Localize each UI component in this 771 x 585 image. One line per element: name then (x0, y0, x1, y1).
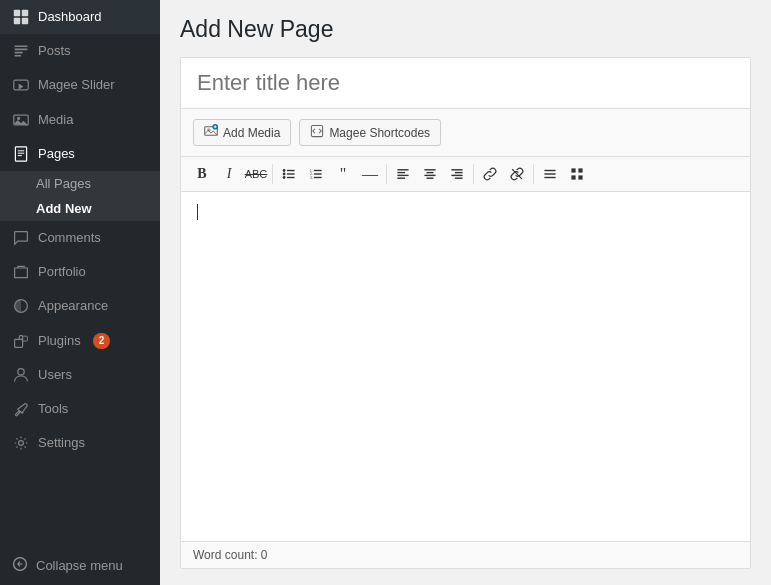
svg-point-21 (283, 169, 286, 172)
media-icon (12, 111, 30, 129)
editor-cursor (197, 204, 198, 220)
toolbar-align-right[interactable] (444, 161, 470, 187)
toolbar-separator-4 (533, 164, 534, 184)
submenu-all-pages[interactable]: All Pages (0, 171, 160, 196)
sidebar-item-settings[interactable]: Settings (0, 426, 160, 460)
svg-rect-52 (578, 175, 582, 179)
sidebar-item-posts[interactable]: Posts (0, 34, 160, 68)
sidebar-item-label: Appearance (38, 297, 108, 315)
svg-rect-3 (22, 18, 28, 24)
svg-rect-1 (22, 10, 28, 16)
svg-rect-0 (14, 10, 20, 16)
sidebar-item-media[interactable]: Media (0, 103, 160, 137)
magee-slider-icon (12, 76, 30, 94)
tools-icon (12, 400, 30, 418)
svg-point-14 (18, 368, 24, 374)
sidebar-item-pages[interactable]: Pages (0, 137, 160, 171)
toolbar-unordered-list[interactable] (276, 161, 302, 187)
collapse-label: Collapse menu (36, 558, 123, 573)
svg-rect-12 (15, 339, 23, 347)
comments-icon (12, 229, 30, 247)
svg-rect-50 (578, 168, 582, 172)
svg-point-15 (19, 441, 24, 446)
toolbar-blockquote[interactable]: " (330, 161, 356, 187)
sidebar-item-label: Posts (38, 42, 71, 60)
toolbar-hr[interactable]: — (357, 161, 383, 187)
editor-footer: Word count: 0 (181, 541, 750, 568)
page-title: Add New Page (180, 16, 751, 43)
sidebar-item-appearance[interactable]: Appearance (0, 289, 160, 323)
svg-point-25 (283, 176, 286, 179)
magee-shortcodes-label: Magee Shortcodes (329, 126, 430, 140)
toolbar-separator-1 (272, 164, 273, 184)
magee-shortcodes-button[interactable]: Magee Shortcodes (299, 119, 441, 146)
editor-body[interactable] (181, 192, 750, 541)
sidebar-item-label: Comments (38, 229, 101, 247)
magee-shortcodes-icon (310, 124, 324, 141)
settings-icon (12, 434, 30, 452)
dashboard-icon (12, 8, 30, 26)
toolbar-align-left[interactable] (390, 161, 416, 187)
toolbar-grid[interactable] (564, 161, 590, 187)
collapse-menu[interactable]: Collapse menu (0, 546, 160, 585)
svg-rect-7 (15, 147, 26, 161)
toolbar-link[interactable] (477, 161, 503, 187)
toolbar-separator-2 (386, 164, 387, 184)
sidebar-item-dashboard[interactable]: Dashboard (0, 0, 160, 34)
svg-rect-51 (571, 175, 575, 179)
sidebar-item-label: Users (38, 366, 72, 384)
toolbar-separator-3 (473, 164, 474, 184)
word-count-label: Word count: (193, 548, 257, 562)
sidebar-item-portfolio[interactable]: Portfolio (0, 255, 160, 289)
toolbar-align-center[interactable] (417, 161, 443, 187)
sidebar-item-label: Dashboard (38, 8, 102, 26)
svg-rect-2 (14, 18, 20, 24)
sidebar-item-magee-slider[interactable]: Magee Slider (0, 68, 160, 102)
toolbar-italic[interactable]: I (216, 161, 242, 187)
toolbar-more[interactable] (537, 161, 563, 187)
plugins-icon (12, 332, 30, 350)
collapse-icon (12, 556, 28, 575)
toolbar-strikethrough[interactable]: ABC (243, 161, 269, 187)
sidebar-item-comments[interactable]: Comments (0, 221, 160, 255)
submenu-add-new[interactable]: Add New (0, 196, 160, 221)
posts-icon (12, 42, 30, 60)
sidebar-item-label: Plugins (38, 332, 81, 350)
sidebar-item-label: Settings (38, 434, 85, 452)
toolbar-ordered-list[interactable]: 1.2.3. (303, 161, 329, 187)
svg-rect-13 (23, 336, 28, 341)
svg-point-6 (17, 116, 20, 119)
pages-submenu: All Pages Add New (0, 171, 160, 221)
word-count-value: 0 (261, 548, 268, 562)
media-bar: Add Media Magee Shortcodes (181, 109, 750, 157)
sidebar-item-label: Media (38, 111, 73, 129)
sidebar-item-label: Tools (38, 400, 68, 418)
svg-text:3.: 3. (310, 175, 313, 180)
add-media-label: Add Media (223, 126, 280, 140)
portfolio-icon (12, 263, 30, 281)
toolbar-unlink[interactable] (504, 161, 530, 187)
sidebar-item-tools[interactable]: Tools (0, 392, 160, 426)
editor-area: Add Media Magee Shortcodes B I ABC 1.2.3… (180, 57, 751, 569)
add-media-button[interactable]: Add Media (193, 119, 291, 146)
users-icon (12, 366, 30, 384)
plugins-badge: 2 (93, 333, 111, 349)
main-content: Add New Page Add Media Magee Shortcodes … (160, 0, 771, 585)
add-media-icon (204, 124, 218, 141)
sidebar-item-plugins[interactable]: Plugins 2 (0, 324, 160, 358)
editor-toolbar: B I ABC 1.2.3. " — (181, 157, 750, 192)
sidebar-item-label: Pages (38, 145, 75, 163)
svg-point-23 (283, 173, 286, 176)
toolbar-bold[interactable]: B (189, 161, 215, 187)
sidebar-item-label: Magee Slider (38, 76, 115, 94)
page-title-input[interactable] (181, 58, 750, 109)
sidebar-item-label: Portfolio (38, 263, 86, 281)
pages-icon (12, 145, 30, 163)
sidebar: Dashboard Posts Magee Slider Media Pages… (0, 0, 160, 585)
svg-rect-49 (571, 168, 575, 172)
sidebar-item-users[interactable]: Users (0, 358, 160, 392)
appearance-icon (12, 297, 30, 315)
